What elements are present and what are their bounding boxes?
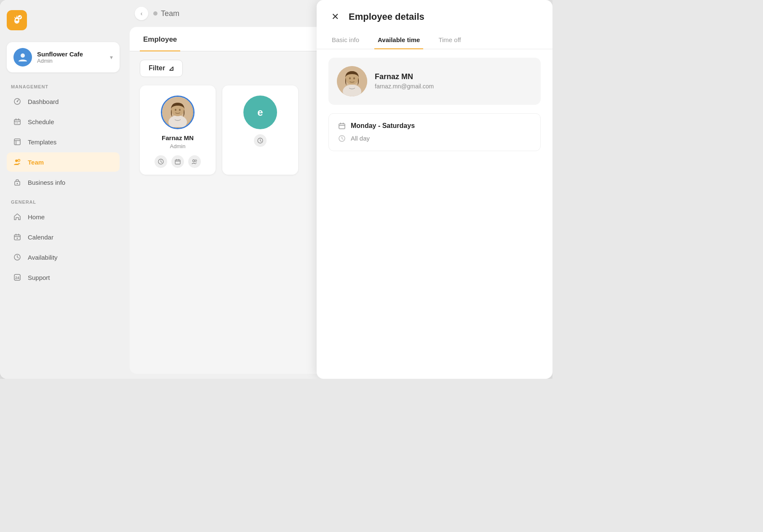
employee-avatar-second: e [243,96,277,129]
support-label: Support [28,274,50,281]
home-icon [12,211,23,222]
profile-name: Farnaz MN [375,72,434,81]
detail-header: ✕ Employee details [317,0,552,24]
templates-label: Templates [28,138,56,146]
general-section-label: GENERAL [7,200,120,205]
support-icon: 24 [12,272,23,283]
tab-available-time[interactable]: Available time [374,30,423,49]
sidebar-item-templates[interactable]: Templates [7,132,120,152]
sidebar-item-support[interactable]: 24 Support [7,268,120,287]
filter-icon: ⊿ [168,64,174,72]
employee-avatar-wrap-farnaz [161,96,195,129]
svg-rect-35 [339,124,345,129]
calendar-small-icon [337,121,347,130]
chevron-down-icon: ▾ [110,54,113,61]
employee-actions-farnaz [155,155,201,168]
clock-small-icon [337,134,347,143]
svg-rect-9 [17,122,18,123]
team-label: Team [28,159,44,166]
svg-text:24: 24 [15,276,19,280]
workspace-info[interactable]: Sunflower Cafe Admin ▾ [7,42,120,72]
logo-area [7,8,120,32]
workspace-role: Admin [37,58,105,64]
svg-point-16 [17,238,18,239]
svg-point-34 [353,77,355,79]
workspace-text: Sunflower Cafe Admin [37,51,105,64]
team-action-icon[interactable] [188,155,201,168]
workspace-avatar [13,48,32,66]
svg-point-33 [349,77,351,79]
svg-rect-26 [175,160,180,164]
svg-point-23 [175,109,176,111]
business-info-label: Business info [28,179,65,186]
availability-time: All day [337,134,532,143]
breadcrumb: Team [153,9,179,18]
employee-detail-panel: ✕ Employee details Basic info Available … [317,0,552,379]
employee-actions-second [254,134,267,147]
tab-time-off[interactable]: Time off [435,30,464,49]
svg-point-4 [21,53,25,58]
profile-avatar [337,66,367,96]
close-button[interactable]: ✕ [328,10,342,24]
detail-title: Employee details [349,11,424,22]
employee-role-farnaz: Admin [170,143,186,149]
tab-employee[interactable]: Employee [140,27,180,51]
clock-action-icon-2[interactable] [254,134,267,147]
detail-body: Farnaz MN farnaz.mn@gmail.com [317,49,552,379]
profile-email: farnaz.mn@gmail.com [375,83,434,90]
employee-name-farnaz: Farnaz MN [162,134,194,141]
svg-point-11 [15,160,18,162]
availability-icon [12,252,23,263]
employee-card-second[interactable]: e [222,85,298,175]
sidebar-item-team[interactable]: Team [7,152,120,172]
svg-point-3 [18,15,22,19]
detail-tabs: Basic info Available time Time off [317,30,552,49]
breadcrumb-label: Team [161,9,179,18]
svg-point-28 [195,160,197,161]
calendar-icon [12,231,23,242]
main-content: ‹ Team Employee Filter ⊿ [126,0,552,379]
collapse-sidebar-button[interactable]: ‹ [135,7,148,20]
schedule-icon [12,116,23,127]
filter-button[interactable]: Filter ⊿ [140,60,183,77]
sidebar-item-home[interactable]: Home [7,207,120,226]
employee-card-farnaz[interactable]: Farnaz MN Admin [140,85,216,175]
employee-profile-card: Farnaz MN farnaz.mn@gmail.com [328,58,541,105]
business-icon [12,177,23,188]
app-container: Sunflower Cafe Admin ▾ MANAGEMENT Dashbo… [0,0,552,379]
workspace-name: Sunflower Cafe [37,51,105,58]
availability-label: Availability [28,254,58,261]
svg-rect-10 [14,139,20,145]
team-icon [12,157,23,168]
availability-days-text: Monday - Saturdays [351,122,415,130]
dashboard-label: Dashboard [28,98,59,105]
svg-point-6 [17,101,18,102]
filter-label: Filter [149,64,165,72]
availability-time-text: All day [351,135,370,142]
app-logo-icon [7,10,27,30]
svg-rect-8 [16,122,16,123]
svg-point-14 [17,183,18,184]
svg-point-24 [179,109,181,111]
profile-info: Farnaz MN farnaz.mn@gmail.com [375,72,434,90]
home-label: Home [28,213,45,221]
svg-rect-7 [14,120,20,125]
breadcrumb-dot-icon [153,11,157,16]
sidebar-item-calendar[interactable]: Calendar [7,227,120,247]
availability-item: Monday - Saturdays All day [328,113,541,151]
clock-action-icon[interactable] [155,155,167,168]
dashboard-icon [12,96,23,107]
sidebar-item-availability[interactable]: Availability [7,247,120,267]
templates-icon [12,136,23,147]
schedule-label: Schedule [28,118,54,125]
calendar-action-icon[interactable] [171,155,184,168]
sidebar: Sunflower Cafe Admin ▾ MANAGEMENT Dashbo… [0,0,126,379]
sidebar-item-schedule[interactable]: Schedule [7,112,120,131]
employee-avatar-farnaz [162,96,193,129]
sidebar-item-business-info[interactable]: Business info [7,173,120,192]
management-section-label: MANAGEMENT [7,84,120,89]
tab-basic-info[interactable]: Basic info [328,30,363,49]
availability-days: Monday - Saturdays [337,121,532,130]
sidebar-item-dashboard[interactable]: Dashboard [7,92,120,111]
svg-point-12 [18,160,20,162]
